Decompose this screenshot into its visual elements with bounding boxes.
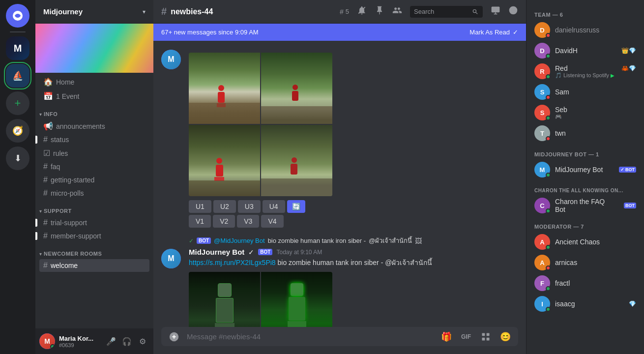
refresh-button[interactable]: 🔄	[287, 200, 305, 213]
discord-home-icon[interactable]	[6, 4, 29, 28]
channel-name: newbies-44	[171, 7, 213, 16]
member-danielrussruss[interactable]: D danielrussruss	[530, 20, 640, 40]
settings-button[interactable]: ⚙	[136, 334, 149, 348]
member-midjourney-bot[interactable]: M MidJourney Bot ✓ BOT	[530, 159, 640, 180]
category-newcomer-rooms[interactable]: ▾ NEWCOMER ROOMS	[35, 243, 153, 259]
add-server-icon[interactable]: +	[6, 91, 29, 115]
member-seb[interactable]: S Seb 🎮	[530, 102, 640, 123]
hash-icon-welcome: #	[43, 261, 48, 270]
member-sam[interactable]: S Sam	[530, 82, 640, 102]
server-bar: M ⛵ + 🧭 ⬇	[0, 0, 35, 354]
image-cell-0	[189, 53, 260, 124]
message-author-2: MidJourney Bot	[189, 248, 244, 256]
members-button[interactable]	[392, 5, 402, 18]
v4-button[interactable]: V4	[261, 215, 283, 228]
server-name: Midjourney	[43, 7, 83, 16]
gif-button[interactable]: GIF	[457, 328, 475, 346]
message-link-2[interactable]: https://s.mj.run/PX2ILgx5Pi8	[189, 259, 276, 266]
mic-button[interactable]: 🎤	[104, 334, 118, 348]
channel-faq[interactable]: # faq	[39, 160, 149, 173]
v3-button[interactable]: V3	[237, 215, 259, 228]
member-status-dnd-twn	[546, 136, 551, 141]
download-apps-icon[interactable]: ⬇	[6, 147, 29, 170]
inbox-button[interactable]	[491, 5, 500, 18]
notifications-button[interactable]	[357, 5, 367, 18]
member-category-mod-label: MODERATOR — 7	[530, 220, 640, 232]
channel-status[interactable]: # status	[39, 133, 149, 146]
channel-rules[interactable]: ☑ rules	[39, 147, 149, 160]
right-sidebar: TEAM — 6 D danielrussruss D DavidH 👑💎 R	[526, 0, 644, 354]
apps-button[interactable]	[477, 328, 495, 346]
member-info-seb: Seb 🎮	[555, 106, 567, 120]
message-at-user-2: @ผัวเจ้าสำนักนึ้	[385, 259, 432, 266]
hash-count-icon: #	[340, 8, 344, 16]
message-group-2: M MidJourney Bot ✓ BOT Today at 9:10 AM …	[161, 248, 518, 327]
member-status-dnd	[546, 33, 551, 38]
member-red[interactable]: R Red 🦀💎 🎵 Listening to Spotify ▶	[530, 61, 640, 82]
help-button[interactable]	[508, 5, 518, 18]
u2-button[interactable]: U2	[213, 200, 236, 213]
explore-servers-icon[interactable]: 🧭	[6, 119, 29, 143]
member-seb-sub: 🎮	[555, 114, 567, 120]
member-badge-red: 🦀💎	[621, 65, 636, 72]
member-fractl[interactable]: F fractl	[530, 273, 640, 294]
channel-member-support[interactable]: # member-support	[39, 230, 149, 242]
emoji-button[interactable]: 😊	[497, 328, 514, 346]
gift-button[interactable]: 🎁	[438, 328, 455, 346]
collapse-icon: ▾	[39, 112, 42, 117]
hash-icon: #	[43, 135, 48, 144]
sailboat-server-icon[interactable]: ⛵	[6, 64, 29, 88]
search-input[interactable]	[414, 8, 469, 15]
message-input[interactable]	[187, 327, 434, 346]
member-davidh[interactable]: D DavidH 👑💎	[530, 40, 640, 61]
channel-trial-support[interactable]: # trial-support	[39, 216, 149, 229]
server-header[interactable]: Midjourney ▾	[35, 0, 153, 24]
user-tag: #0639	[59, 342, 100, 348]
member-status-fractl	[546, 286, 551, 291]
bot-avatar-2: M	[161, 249, 181, 268]
svg-rect-2	[492, 7, 500, 13]
bot-mention-name: @MidJourney Bot	[214, 237, 265, 244]
headset-button[interactable]: 🎧	[120, 334, 134, 348]
v1-button[interactable]: V1	[189, 215, 211, 228]
channel-announcements[interactable]: 📢 announcements	[39, 119, 149, 133]
member-arnicas[interactable]: A arnicas	[530, 252, 640, 273]
nav-event[interactable]: 📅 1 Event	[39, 89, 149, 103]
search-bar[interactable]	[410, 6, 483, 18]
header-actions: # 5	[340, 5, 518, 18]
pin-button[interactable]	[375, 5, 384, 18]
input-right-buttons: 🎁 GIF 😊	[438, 328, 514, 346]
member-status-dnd-sam	[546, 95, 551, 100]
hash-count-group[interactable]: # 5	[340, 8, 349, 16]
chat-messages[interactable]: M	[153, 41, 526, 327]
category-support[interactable]: ▾ SUPPORT	[35, 200, 153, 216]
image-icon[interactable]: 🖼	[415, 237, 422, 245]
u3-button[interactable]: U3	[238, 200, 261, 213]
member-ancient-chaos[interactable]: A Ancient Chaos	[530, 232, 640, 252]
member-charon-bot[interactable]: C Charon the FAQ Bot BOT	[530, 195, 640, 216]
member-name-isaacg: isaacg	[555, 300, 624, 308]
channel-micro-polls[interactable]: # micro-polls	[39, 187, 149, 200]
member-name-seb: Seb	[555, 106, 567, 114]
bot-mention-row: ✓ BOT @MidJourney Bot bio zombie human t…	[161, 236, 518, 246]
nav-home[interactable]: 🏠 Home	[39, 75, 149, 88]
category-info[interactable]: ▾ INFO	[35, 103, 153, 119]
add-attachment-button[interactable]	[165, 328, 183, 346]
u4-button[interactable]: U4	[263, 200, 285, 213]
midjourney-server-icon[interactable]: M	[6, 36, 29, 60]
check-mark-icon: ✓	[189, 237, 194, 244]
bot-badge-2: BOT	[258, 249, 272, 255]
mark-as-read-button[interactable]: Mark As Read ✓	[469, 29, 518, 36]
member-isaacg[interactable]: I isaacg 💎	[530, 294, 640, 314]
v2-button[interactable]: V2	[213, 215, 235, 228]
u1-button[interactable]: U1	[189, 200, 211, 213]
message-text-2: https://s.mj.run/PX2ILgx5Pi8 bio zombie …	[189, 258, 518, 268]
channel-welcome[interactable]: # welcome	[39, 259, 149, 272]
member-category-team-label: TEAM — 6	[530, 8, 640, 20]
check-badge: ✓	[248, 248, 254, 256]
member-avatar-fractl: F	[534, 275, 550, 291]
image-grid-1	[189, 53, 332, 196]
member-twn[interactable]: T twn	[530, 123, 640, 144]
channel-getting-started[interactable]: # getting-started	[39, 174, 149, 186]
member-avatar-davidh: D	[534, 43, 550, 59]
